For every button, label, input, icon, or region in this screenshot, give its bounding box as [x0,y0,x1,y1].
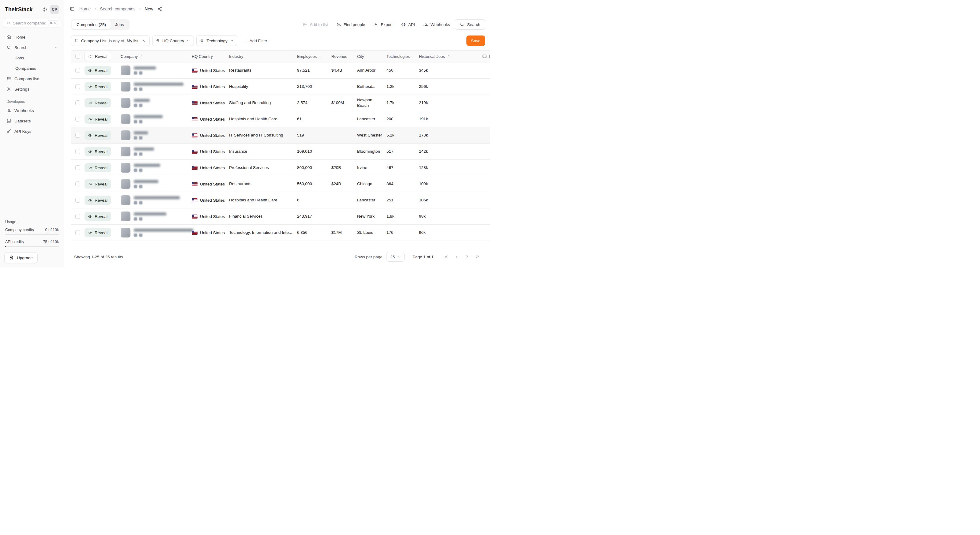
filter-label: Technology [207,38,227,43]
reveal-button[interactable]: Reveal [84,179,111,189]
usage-link[interactable]: Usage [5,220,59,224]
technologies-cell: 517 [387,149,419,154]
row-checkbox[interactable] [75,68,80,73]
table-row[interactable]: Reveal United States Technology, Informa… [71,225,490,241]
sidebar-toggle-button[interactable] [68,5,76,13]
table-row[interactable]: Reveal United States Restaurants 560,000… [71,176,490,192]
tab-jobs[interactable]: Jobs [111,20,129,29]
filter-hq-country[interactable]: HQ Country [152,35,194,46]
technologies-cell: 176 [387,230,419,235]
table-row[interactable]: Reveal United States Professional Servic… [71,160,490,176]
reveal-all-button[interactable]: Reveal [84,52,111,61]
sidebar-item-company-lists[interactable]: Company lists [4,74,60,84]
social-icon-blurred [134,104,137,107]
sidebar-item-settings[interactable]: Settings [4,84,60,94]
columns-button[interactable]: Col [482,54,490,59]
column-header-company[interactable]: Company [121,54,192,59]
sidebar-search[interactable]: ⌘ K [4,18,60,28]
reveal-button[interactable]: Reveal [84,195,111,205]
next-page-button[interactable] [463,252,472,261]
column-header-city: City [357,54,387,59]
row-checkbox[interactable] [75,230,80,235]
webhooks-button[interactable]: Webhooks [420,19,453,30]
previous-page-button[interactable] [452,252,461,261]
row-checkbox[interactable] [75,198,80,203]
chip-icon [200,39,204,43]
reveal-button[interactable]: Reveal [84,228,111,237]
usage-row-value: 75 of 10k [43,240,59,244]
table-row[interactable]: Reveal United States Staffing and Recrui… [71,95,490,111]
table-row[interactable]: Reveal United States Restaurants 97,521 … [71,62,490,79]
breadcrumb-home[interactable]: Home [79,6,91,11]
hq-country-cell: United States [192,230,229,235]
upgrade-button[interactable]: Upgrade [4,252,38,263]
row-checkbox[interactable] [75,214,80,219]
sidebar-item-companies[interactable]: Companies [4,64,60,73]
country-label: United States [200,149,225,154]
column-header-historical-jobs[interactable]: Historical Jobs [419,54,453,59]
share-button[interactable] [156,5,163,12]
company-name-blurred [134,180,158,188]
search-button[interactable]: Search [455,19,485,30]
table-row[interactable]: Reveal United States Insurance 109,010 B… [71,144,490,160]
column-header-employees[interactable]: Employees [297,54,331,59]
reveal-button[interactable]: Reveal [84,212,111,221]
reveal-button[interactable]: Reveal [84,163,111,172]
select-all-checkbox[interactable] [75,54,80,59]
technologies-cell: 1.8k [387,214,419,219]
reveal-button[interactable]: Reveal [84,98,111,108]
table-row[interactable]: Reveal United States Hospitals and Healt… [71,111,490,127]
sidebar-item-home[interactable]: Home [4,32,60,42]
row-checkbox[interactable] [75,117,80,122]
api-button[interactable]: {} API [398,19,418,30]
add-filter-button[interactable]: Add Filter [240,35,271,46]
search-shortcut: ⌘ K [48,20,58,26]
sidebar-item-datasets[interactable]: Datasets [4,116,60,126]
help-button[interactable] [42,7,47,12]
sidebar-nav: Home Search Jobs Companies Company lists… [4,32,60,94]
last-page-button[interactable] [473,252,482,261]
reveal-button[interactable]: Reveal [84,114,111,124]
table-row[interactable]: Reveal United States IT Services and IT … [71,127,490,144]
tab-companies[interactable]: Companies (25) [72,20,111,29]
industry-cell: Hospitality [229,84,297,89]
nav-label: Home [14,35,57,40]
reveal-button[interactable]: Reveal [84,131,111,140]
reveal-button[interactable]: Reveal [84,147,111,156]
sidebar-item-webhooks[interactable]: Webhooks [4,106,60,115]
plus-icon [243,39,247,43]
avatar[interactable]: CP [50,5,59,14]
reveal-button[interactable]: Reveal [84,82,111,91]
row-checkbox[interactable] [75,133,80,138]
filter-company-list[interactable]: Company List is any of My list [71,35,150,46]
historical-jobs-cell: 256k [419,84,453,89]
filter-technology[interactable]: Technology [196,35,237,46]
rows-per-page-select[interactable]: 25 [386,252,404,262]
search-input[interactable] [13,21,46,25]
row-checkbox[interactable] [75,165,80,170]
export-button[interactable]: Export [370,19,396,30]
sidebar-item-api-keys[interactable]: API Keys [4,126,60,136]
breadcrumb-search-companies[interactable]: Search companies [100,6,135,11]
row-checkbox[interactable] [75,84,80,89]
row-checkbox[interactable] [75,149,80,154]
table-row[interactable]: Reveal United States Hospitality 213,700… [71,79,490,95]
row-checkbox[interactable] [75,100,80,105]
button-label: Find people [344,22,365,27]
find-people-button[interactable]: Find people [333,19,369,30]
reveal-button[interactable]: Reveal [84,66,111,75]
row-checkbox[interactable] [75,181,80,186]
button-label: Add to list [310,22,328,27]
companies-table: Reveal Company HQ Country Industry Emplo… [64,50,490,248]
sidebar-item-jobs[interactable]: Jobs [4,53,60,63]
table-row[interactable]: Reveal United States Hospitals and Healt… [71,192,490,208]
save-button[interactable]: Save [466,35,485,46]
add-to-list-button[interactable]: Add to list [299,19,331,30]
table-row[interactable]: Reveal United States Financial Services … [71,208,490,225]
remove-filter-button[interactable] [141,38,146,43]
usage-row-value: 0 of 10k [45,228,59,232]
city-cell: Newport Beach [357,97,387,108]
first-page-button[interactable] [442,252,451,261]
city-cell: Irvine [357,165,387,170]
sidebar-item-search[interactable]: Search [4,43,60,52]
